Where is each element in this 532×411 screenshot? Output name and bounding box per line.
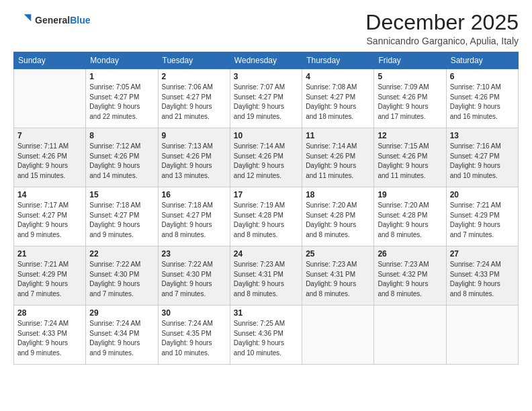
title-block: December 2025 Sannicandro Garganico, Apu… bbox=[365, 11, 519, 46]
day-number: 4 bbox=[306, 72, 370, 81]
calendar-cell: 27Sunrise: 7:24 AM Sunset: 4:33 PM Dayli… bbox=[446, 246, 518, 306]
day-info: Sunrise: 7:09 AM Sunset: 4:26 PM Dayligh… bbox=[378, 83, 442, 122]
calendar-cell bbox=[374, 306, 446, 365]
calendar-cell: 26Sunrise: 7:23 AM Sunset: 4:32 PM Dayli… bbox=[374, 246, 446, 306]
day-info: Sunrise: 7:14 AM Sunset: 4:26 PM Dayligh… bbox=[306, 142, 370, 181]
day-number: 20 bbox=[450, 190, 515, 199]
calendar-cell: 30Sunrise: 7:24 AM Sunset: 4:35 PM Dayli… bbox=[158, 306, 230, 365]
calendar-cell: 11Sunrise: 7:14 AM Sunset: 4:26 PM Dayli… bbox=[302, 128, 374, 187]
calendar-week-3: 21Sunrise: 7:21 AM Sunset: 4:29 PM Dayli… bbox=[14, 246, 519, 306]
calendar-cell: 31Sunrise: 7:25 AM Sunset: 4:36 PM Dayli… bbox=[230, 306, 302, 365]
calendar-week-1: 7Sunrise: 7:11 AM Sunset: 4:26 PM Daylig… bbox=[14, 128, 519, 187]
day-info: Sunrise: 7:25 AM Sunset: 4:36 PM Dayligh… bbox=[234, 319, 298, 358]
calendar-cell: 23Sunrise: 7:22 AM Sunset: 4:30 PM Dayli… bbox=[158, 246, 230, 306]
day-number: 22 bbox=[89, 249, 154, 259]
day-info: Sunrise: 7:22 AM Sunset: 4:30 PM Dayligh… bbox=[162, 260, 226, 299]
day-number: 11 bbox=[306, 131, 370, 140]
calendar-cell: 7Sunrise: 7:11 AM Sunset: 4:26 PM Daylig… bbox=[14, 128, 86, 187]
calendar-cell: 16Sunrise: 7:18 AM Sunset: 4:27 PM Dayli… bbox=[158, 187, 230, 246]
col-monday: Monday bbox=[86, 52, 158, 69]
day-number: 9 bbox=[162, 131, 226, 140]
day-number: 24 bbox=[234, 249, 298, 259]
calendar-week-4: 28Sunrise: 7:24 AM Sunset: 4:33 PM Dayli… bbox=[14, 306, 519, 365]
day-info: Sunrise: 7:20 AM Sunset: 4:28 PM Dayligh… bbox=[378, 201, 442, 240]
day-number: 12 bbox=[378, 131, 442, 140]
day-info: Sunrise: 7:24 AM Sunset: 4:34 PM Dayligh… bbox=[89, 319, 154, 358]
calendar-header-row: Sunday Monday Tuesday Wednesday Thursday… bbox=[14, 52, 519, 69]
col-tuesday: Tuesday bbox=[158, 52, 230, 69]
day-number: 2 bbox=[162, 72, 226, 81]
day-number: 23 bbox=[162, 249, 226, 259]
calendar-cell: 20Sunrise: 7:21 AM Sunset: 4:29 PM Dayli… bbox=[446, 187, 518, 246]
calendar-cell: 12Sunrise: 7:15 AM Sunset: 4:26 PM Dayli… bbox=[374, 128, 446, 187]
calendar-cell: 2Sunrise: 7:06 AM Sunset: 4:27 PM Daylig… bbox=[158, 69, 230, 128]
col-sunday: Sunday bbox=[14, 52, 86, 69]
calendar-cell: 19Sunrise: 7:20 AM Sunset: 4:28 PM Dayli… bbox=[374, 187, 446, 246]
header: GeneralBlue December 2025 Sannicandro Ga… bbox=[13, 11, 519, 46]
day-info: Sunrise: 7:18 AM Sunset: 4:27 PM Dayligh… bbox=[162, 201, 226, 240]
day-number: 27 bbox=[450, 249, 515, 259]
calendar-cell: 22Sunrise: 7:22 AM Sunset: 4:30 PM Dayli… bbox=[86, 246, 158, 306]
calendar-cell: 17Sunrise: 7:19 AM Sunset: 4:28 PM Dayli… bbox=[230, 187, 302, 246]
day-info: Sunrise: 7:07 AM Sunset: 4:27 PM Dayligh… bbox=[234, 83, 298, 122]
calendar-cell: 1Sunrise: 7:05 AM Sunset: 4:27 PM Daylig… bbox=[86, 69, 158, 128]
day-number: 18 bbox=[306, 190, 370, 199]
calendar-cell: 28Sunrise: 7:24 AM Sunset: 4:33 PM Dayli… bbox=[14, 306, 86, 365]
day-info: Sunrise: 7:11 AM Sunset: 4:26 PM Dayligh… bbox=[17, 142, 82, 181]
day-info: Sunrise: 7:24 AM Sunset: 4:33 PM Dayligh… bbox=[450, 260, 515, 299]
page: GeneralBlue December 2025 Sannicandro Ga… bbox=[0, 0, 532, 411]
calendar-week-2: 14Sunrise: 7:17 AM Sunset: 4:27 PM Dayli… bbox=[14, 187, 519, 246]
day-info: Sunrise: 7:15 AM Sunset: 4:26 PM Dayligh… bbox=[378, 142, 442, 181]
day-number: 13 bbox=[450, 131, 515, 140]
calendar-cell: 4Sunrise: 7:08 AM Sunset: 4:27 PM Daylig… bbox=[302, 69, 374, 128]
day-number: 21 bbox=[17, 249, 82, 259]
calendar-cell: 6Sunrise: 7:10 AM Sunset: 4:26 PM Daylig… bbox=[446, 69, 518, 128]
day-info: Sunrise: 7:21 AM Sunset: 4:29 PM Dayligh… bbox=[450, 201, 515, 240]
day-info: Sunrise: 7:20 AM Sunset: 4:28 PM Dayligh… bbox=[306, 201, 370, 240]
calendar-cell: 10Sunrise: 7:14 AM Sunset: 4:26 PM Dayli… bbox=[230, 128, 302, 187]
logo: GeneralBlue bbox=[13, 11, 90, 30]
calendar-cell: 18Sunrise: 7:20 AM Sunset: 4:28 PM Dayli… bbox=[302, 187, 374, 246]
day-number: 3 bbox=[234, 72, 298, 81]
day-info: Sunrise: 7:24 AM Sunset: 4:33 PM Dayligh… bbox=[17, 319, 82, 358]
calendar-week-0: 1Sunrise: 7:05 AM Sunset: 4:27 PM Daylig… bbox=[14, 69, 519, 128]
day-info: Sunrise: 7:18 AM Sunset: 4:27 PM Dayligh… bbox=[89, 201, 154, 240]
calendar-cell: 14Sunrise: 7:17 AM Sunset: 4:27 PM Dayli… bbox=[14, 187, 86, 246]
day-info: Sunrise: 7:05 AM Sunset: 4:27 PM Dayligh… bbox=[89, 83, 154, 122]
day-number: 17 bbox=[234, 190, 298, 199]
day-number: 7 bbox=[17, 131, 82, 140]
day-info: Sunrise: 7:14 AM Sunset: 4:26 PM Dayligh… bbox=[234, 142, 298, 181]
day-info: Sunrise: 7:10 AM Sunset: 4:26 PM Dayligh… bbox=[450, 83, 515, 122]
day-info: Sunrise: 7:12 AM Sunset: 4:26 PM Dayligh… bbox=[89, 142, 154, 181]
day-info: Sunrise: 7:22 AM Sunset: 4:30 PM Dayligh… bbox=[89, 260, 154, 299]
calendar-cell: 15Sunrise: 7:18 AM Sunset: 4:27 PM Dayli… bbox=[86, 187, 158, 246]
calendar-cell: 29Sunrise: 7:24 AM Sunset: 4:34 PM Dayli… bbox=[86, 306, 158, 365]
calendar-cell bbox=[302, 306, 374, 365]
day-number: 1 bbox=[89, 72, 154, 81]
day-info: Sunrise: 7:23 AM Sunset: 4:31 PM Dayligh… bbox=[234, 260, 298, 299]
day-info: Sunrise: 7:21 AM Sunset: 4:29 PM Dayligh… bbox=[17, 260, 82, 299]
calendar: Sunday Monday Tuesday Wednesday Thursday… bbox=[13, 52, 519, 365]
day-number: 29 bbox=[89, 308, 154, 318]
calendar-cell: 8Sunrise: 7:12 AM Sunset: 4:26 PM Daylig… bbox=[86, 128, 158, 187]
day-number: 8 bbox=[89, 131, 154, 140]
calendar-cell: 9Sunrise: 7:13 AM Sunset: 4:26 PM Daylig… bbox=[158, 128, 230, 187]
day-number: 16 bbox=[162, 190, 226, 199]
logo-icon bbox=[13, 11, 32, 30]
calendar-cell: 5Sunrise: 7:09 AM Sunset: 4:26 PM Daylig… bbox=[374, 69, 446, 128]
logo-general: GeneralBlue bbox=[35, 15, 90, 26]
col-saturday: Saturday bbox=[446, 52, 518, 69]
day-info: Sunrise: 7:23 AM Sunset: 4:32 PM Dayligh… bbox=[378, 260, 442, 299]
location-title: Sannicandro Garganico, Apulia, Italy bbox=[365, 36, 519, 46]
day-number: 14 bbox=[17, 190, 82, 199]
day-number: 15 bbox=[89, 190, 154, 199]
day-number: 25 bbox=[306, 249, 370, 259]
day-info: Sunrise: 7:06 AM Sunset: 4:27 PM Dayligh… bbox=[162, 83, 226, 122]
col-friday: Friday bbox=[374, 52, 446, 69]
day-info: Sunrise: 7:16 AM Sunset: 4:27 PM Dayligh… bbox=[450, 142, 515, 181]
day-number: 31 bbox=[234, 308, 298, 318]
day-info: Sunrise: 7:13 AM Sunset: 4:26 PM Dayligh… bbox=[162, 142, 226, 181]
day-info: Sunrise: 7:24 AM Sunset: 4:35 PM Dayligh… bbox=[162, 319, 226, 358]
day-number: 5 bbox=[378, 72, 442, 81]
logo-text: GeneralBlue bbox=[35, 15, 90, 26]
